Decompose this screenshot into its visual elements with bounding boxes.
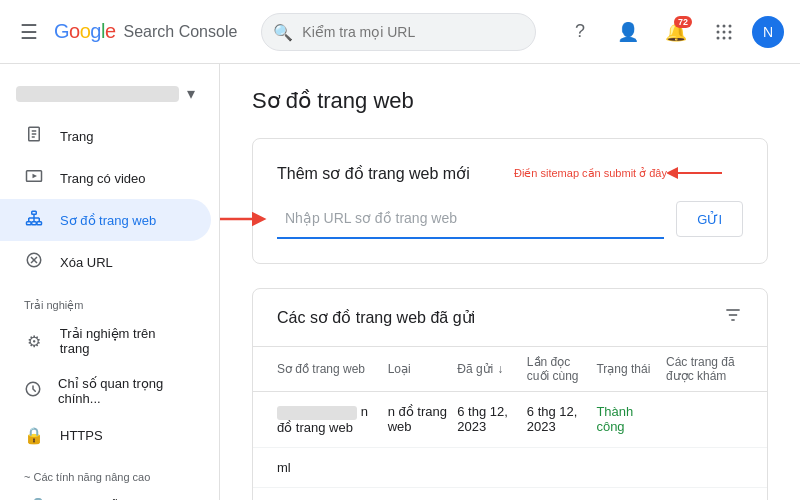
video-icon [24,167,44,189]
apps-icon [714,22,734,42]
svg-point-4 [723,30,726,33]
nav-section-tinh-nang: 🔗 Đường dẫn [0,487,219,500]
notification-button[interactable]: 🔔 72 [656,12,696,52]
help-button[interactable]: ? [560,12,600,52]
sidebar-item-trai-nghiem-tren-trang[interactable]: ⚙ Trải nghiệm trên trang [0,316,211,366]
sidebar-label-sitemap: Sơ đồ trang web [60,213,156,228]
table-title: Các sơ đồ trang web đã gửi [277,308,723,327]
sidebar-item-duong-dan[interactable]: 🔗 Đường dẫn [0,487,211,500]
layout: ▾ Trang [0,64,800,500]
svg-marker-14 [33,174,38,179]
cell-url-2: ml [277,460,380,475]
sort-arrow-icon: ↓ [497,362,503,376]
sidebar-item-xoa-url[interactable]: Xóa URL [0,241,211,283]
sitemap-input-row: GỬI [277,199,743,239]
lock-icon: 🔒 [24,426,44,445]
experience-icon: ⚙ [24,332,44,351]
col-header-lan-doc: Lần đọc cuối cùng [527,355,589,383]
col-header-loai: Loại [388,355,450,383]
svg-point-5 [729,30,732,33]
section-tinh-nang: ~ Các tính năng nâng cao [0,459,219,487]
svg-rect-18 [37,222,42,225]
svg-rect-15 [32,211,37,214]
google-logo: Google [54,20,116,43]
search-bar: 🔍 [261,13,536,51]
sidebar-label-https: HTTPS [60,428,103,443]
sidebar-item-trang-co-video[interactable]: Trang có video [0,157,211,199]
sidebar-item-trang[interactable]: Trang [0,115,211,157]
app-name: Search Console [124,23,238,41]
submit-button[interactable]: GỬI [676,201,743,237]
cell-lan-doc-1: 6 thg 12, 2023 [527,404,589,434]
logo-area: Google Search Console [54,20,237,43]
add-sitemap-card: Thêm sơ đồ trang web mới Điền sitemap cầ… [252,138,768,264]
cell-loai-1: n đồ trang web [388,404,450,434]
notification-badge: 72 [674,16,692,28]
sidebar-item-so-do-trang-web[interactable]: Sơ đồ trang web [0,199,211,241]
account-button[interactable]: 👤 [608,12,648,52]
search-input[interactable] [261,13,536,51]
annotation-arrow [667,163,727,183]
account-icon: 👤 [617,21,639,43]
svg-point-6 [717,36,720,39]
col-header-url: Sơ đồ trang web [277,355,380,383]
submitted-sitemaps-card: Các sơ đồ trang web đã gửi Sơ đồ trang w… [252,288,768,500]
header: ☰ Google Search Console 🔍 ? 👤 🔔 72 [0,0,800,64]
header-right: ? 👤 🔔 72 N [560,12,784,52]
avatar[interactable]: N [752,16,784,48]
col-header-cac-trang: Các trang đã được khám [666,355,743,383]
table-header-row: Các sơ đồ trang web đã gửi [253,289,767,347]
svg-rect-16 [27,222,32,225]
help-icon: ? [575,21,585,42]
svg-point-3 [717,30,720,33]
table-row[interactable]: ml [253,448,767,488]
apps-button[interactable] [704,12,744,52]
svg-rect-17 [32,222,37,225]
sidebar-label-trai-nghiem: Trải nghiệm trên trang [60,326,187,356]
sidebar-label-xoa-url: Xóa URL [60,255,113,270]
cell-da-gui-1: 6 thg 12, 2023 [457,404,519,434]
nav-section-trai-nghiem: ⚙ Trải nghiệm trên trang Chỉ số quan trọ… [0,316,219,455]
sidebar-item-https[interactable]: 🔒 HTTPS [0,416,211,455]
table-row[interactable]: n đồ trang web n đồ trang web 6 thg 12, … [253,488,767,500]
svg-point-8 [729,36,732,39]
svg-point-0 [717,24,720,27]
svg-point-2 [729,24,732,27]
search-icon: 🔍 [273,22,293,41]
header-left: ☰ Google Search Console [16,16,237,48]
property-name [16,86,179,102]
svg-point-1 [723,24,726,27]
delete-icon [24,251,44,273]
sidebar-item-chi-so[interactable]: Chỉ số quan trọng chính... [0,366,211,416]
sidebar-label-trang: Trang [60,129,93,144]
svg-point-7 [723,36,726,39]
input-arrow [220,207,267,231]
sidebar-label-video: Trang có video [60,171,146,186]
hamburger-icon[interactable]: ☰ [16,16,42,48]
page-icon [24,125,44,147]
main-content: Sơ đồ trang web Thêm sơ đồ trang web mới… [220,64,800,500]
add-card-title: Thêm sơ đồ trang web mới [277,164,470,183]
table-column-headers: Sơ đồ trang web Loại Đã gửi ↓ Lần đọc cu… [253,347,767,392]
page-title: Sơ đồ trang web [252,88,768,114]
filter-icon[interactable] [723,305,743,330]
table-row[interactable]: n đồ trang web n đồ trang web 6 thg 12, … [253,392,767,448]
col-header-trang-thai: Trạng thái [596,355,658,383]
sidebar-label-chi-so: Chỉ số quan trọng chính... [58,376,187,406]
nav-section-main: Trang Trang có video [0,115,219,283]
metrics-icon [24,380,42,402]
sidebar: ▾ Trang [0,64,220,500]
cell-trang-thai-1: Thành công [596,404,658,434]
sitemap-icon [24,209,44,231]
sitemap-url-input[interactable] [277,199,664,239]
property-selector[interactable]: ▾ [0,76,211,111]
section-trai-nghiem: Trải nghiệm [0,287,219,316]
annotation-text: Điền sitemap cần submit ở đây [514,167,667,180]
col-header-da-gui[interactable]: Đã gửi ↓ [457,355,519,383]
cell-url-1: n đồ trang web [277,404,380,435]
chevron-down-icon: ▾ [187,84,195,103]
